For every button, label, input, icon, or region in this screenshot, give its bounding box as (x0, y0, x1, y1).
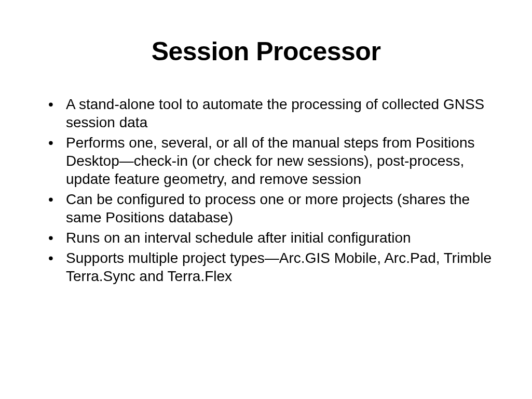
list-item: Runs on an interval schedule after initi… (39, 229, 493, 247)
list-item: Performs one, several, or all of the man… (39, 134, 493, 188)
list-item: A stand-alone tool to automate the proce… (39, 95, 493, 131)
list-item: Can be configured to process one or more… (39, 190, 493, 227)
slide-title: Session Processor (39, 36, 493, 66)
list-item: Supports multiple project types—Arc.GIS … (39, 249, 493, 285)
bullet-list: A stand-alone tool to automate the proce… (39, 95, 493, 285)
